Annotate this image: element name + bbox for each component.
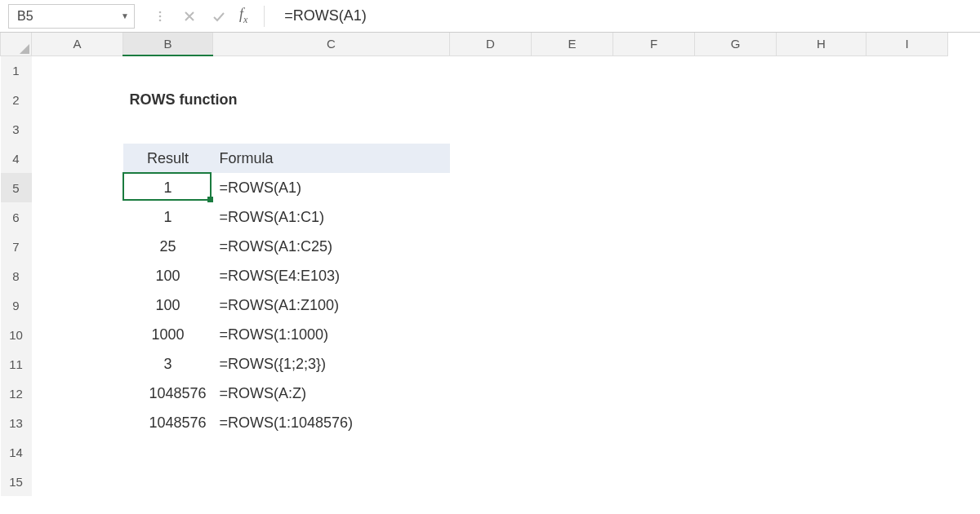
cell[interactable]	[32, 408, 123, 437]
cell[interactable]	[213, 437, 450, 467]
dropdown-icon[interactable]: ▼	[121, 11, 129, 20]
cell[interactable]	[613, 114, 695, 144]
cell[interactable]	[32, 467, 123, 496]
cell[interactable]	[866, 379, 948, 408]
cell[interactable]	[450, 85, 532, 114]
cell[interactable]	[866, 349, 948, 379]
cell[interactable]	[777, 114, 866, 144]
cell[interactable]	[777, 290, 866, 320]
fx-icon[interactable]: fx	[239, 6, 247, 26]
cell-C5[interactable]: =ROWS(A1)	[213, 173, 450, 202]
cell[interactable]	[695, 349, 777, 379]
select-all-corner[interactable]	[1, 33, 32, 55]
cell[interactable]	[777, 144, 866, 173]
cell[interactable]	[777, 408, 866, 437]
cell[interactable]	[532, 349, 613, 379]
cell-B8[interactable]: 100	[123, 261, 213, 290]
cell[interactable]	[450, 320, 532, 349]
cell[interactable]	[866, 232, 948, 261]
name-box[interactable]: B5 ▼	[8, 4, 135, 29]
cell-B5[interactable]: 1	[123, 173, 213, 202]
cell[interactable]	[532, 144, 613, 173]
cell[interactable]	[613, 379, 695, 408]
col-header-C[interactable]: C	[213, 33, 450, 55]
cell[interactable]	[866, 467, 948, 496]
cell-C10[interactable]: =ROWS(1:1000)	[213, 320, 450, 349]
row-header[interactable]: 7	[1, 232, 32, 261]
cell-B13[interactable]: 1048576	[123, 408, 213, 437]
row-header[interactable]: 1	[1, 55, 32, 85]
cell[interactable]	[613, 85, 695, 114]
row-header[interactable]: 6	[1, 202, 32, 232]
cell[interactable]	[695, 173, 777, 202]
cell[interactable]	[695, 114, 777, 144]
cell-C7[interactable]: =ROWS(A1:C25)	[213, 232, 450, 261]
cell-B10[interactable]: 1000	[123, 320, 213, 349]
cell[interactable]	[32, 114, 123, 144]
col-header-F[interactable]: F	[613, 33, 695, 55]
col-header-G[interactable]: G	[695, 33, 777, 55]
cell-B12[interactable]: 1048576	[123, 379, 213, 408]
row-header[interactable]: 9	[1, 290, 32, 320]
cell[interactable]	[866, 290, 948, 320]
cell[interactable]	[613, 173, 695, 202]
cell[interactable]	[532, 202, 613, 232]
cell[interactable]	[450, 349, 532, 379]
cell[interactable]	[695, 408, 777, 437]
cell[interactable]	[32, 85, 123, 114]
col-header-A[interactable]: A	[32, 33, 123, 55]
title-cell[interactable]: ROWS function	[123, 85, 450, 114]
cell[interactable]	[613, 467, 695, 496]
cell[interactable]	[695, 232, 777, 261]
cell-B11[interactable]: 3	[123, 349, 213, 379]
row-header[interactable]: 13	[1, 408, 32, 437]
col-header-D[interactable]: D	[450, 33, 532, 55]
formula-input[interactable]: =ROWS(A1)	[274, 4, 972, 29]
row-header[interactable]: 11	[1, 349, 32, 379]
cell[interactable]	[695, 261, 777, 290]
cell[interactable]	[32, 202, 123, 232]
cell[interactable]	[32, 379, 123, 408]
cell[interactable]	[777, 349, 866, 379]
cell[interactable]	[613, 202, 695, 232]
cell-C11[interactable]: =ROWS({1;2;3})	[213, 349, 450, 379]
cell[interactable]	[532, 232, 613, 261]
cell[interactable]	[777, 85, 866, 114]
cell[interactable]	[613, 437, 695, 467]
cell[interactable]	[695, 55, 777, 85]
cancel-icon[interactable]	[180, 7, 198, 25]
row-header[interactable]: 5	[1, 173, 32, 202]
cell[interactable]	[613, 144, 695, 173]
cell[interactable]	[613, 261, 695, 290]
cell[interactable]	[695, 437, 777, 467]
cell[interactable]	[450, 114, 532, 144]
cell[interactable]	[532, 290, 613, 320]
cell[interactable]	[866, 85, 948, 114]
spreadsheet-area[interactable]: A B C D E F G H I 1 2 ROWS function 3 4 …	[0, 33, 980, 496]
cell[interactable]	[123, 467, 213, 496]
cell[interactable]	[32, 261, 123, 290]
cell[interactable]	[613, 349, 695, 379]
cell-B7[interactable]: 25	[123, 232, 213, 261]
cell[interactable]	[866, 320, 948, 349]
cell[interactable]	[123, 114, 213, 144]
cell[interactable]	[777, 261, 866, 290]
cell[interactable]	[532, 408, 613, 437]
cell[interactable]	[32, 173, 123, 202]
cell[interactable]	[866, 408, 948, 437]
cell-B9[interactable]: 100	[123, 290, 213, 320]
cell-C12[interactable]: =ROWS(A:Z)	[213, 379, 450, 408]
enter-icon[interactable]	[210, 7, 228, 25]
col-header-I[interactable]: I	[866, 33, 948, 55]
cell[interactable]	[777, 232, 866, 261]
cell-B6[interactable]: 1	[123, 202, 213, 232]
row-header[interactable]: 12	[1, 379, 32, 408]
cell[interactable]	[695, 379, 777, 408]
cell[interactable]	[777, 379, 866, 408]
row-header[interactable]: 3	[1, 114, 32, 144]
cell[interactable]	[532, 467, 613, 496]
cell[interactable]	[866, 114, 948, 144]
cell[interactable]	[32, 232, 123, 261]
cell[interactable]	[450, 379, 532, 408]
cell-C9[interactable]: =ROWS(A1:Z100)	[213, 290, 450, 320]
